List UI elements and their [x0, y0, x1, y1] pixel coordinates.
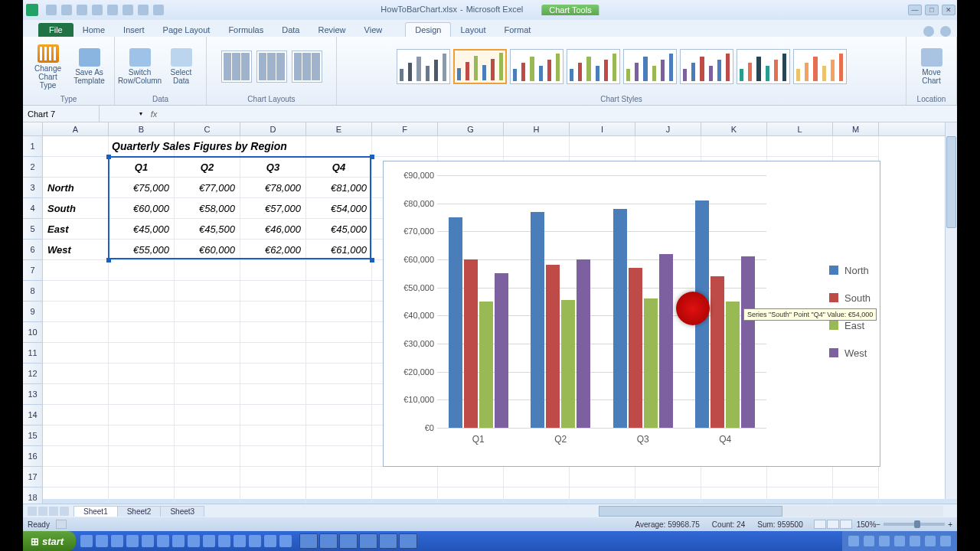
worksheet-grid[interactable]: ABCDEFGHIJKLM 12345678910111213141516171…: [23, 122, 957, 499]
bar[interactable]: [531, 212, 544, 428]
column-header[interactable]: M: [833, 122, 879, 135]
tab-file[interactable]: File: [38, 23, 74, 37]
tab-insert[interactable]: Insert: [114, 23, 154, 37]
column-header[interactable]: J: [635, 122, 701, 135]
quicklaunch-icon[interactable]: [157, 535, 169, 547]
cell[interactable]: [109, 446, 175, 467]
row-header[interactable]: 3: [23, 178, 42, 198]
bar[interactable]: [726, 302, 740, 428]
tab-layout[interactable]: Layout: [451, 23, 495, 37]
cell[interactable]: [175, 281, 240, 302]
cell[interactable]: East: [43, 219, 109, 240]
cell[interactable]: €77,000: [175, 178, 240, 198]
cell[interactable]: €61,000: [306, 240, 372, 260]
dropdown-icon[interactable]: ▾: [139, 110, 142, 117]
bar[interactable]: [644, 298, 658, 428]
cell[interactable]: [570, 467, 635, 487]
zoom-in-icon[interactable]: +: [948, 520, 952, 529]
cell[interactable]: [175, 322, 240, 343]
cell[interactable]: Q1: [109, 157, 175, 178]
column-header[interactable]: K: [701, 122, 767, 135]
cell[interactable]: [306, 260, 372, 281]
cell[interactable]: [504, 136, 570, 157]
cell[interactable]: €45,000: [109, 219, 175, 240]
cell[interactable]: [240, 322, 306, 343]
qat-save-icon[interactable]: [46, 5, 57, 15]
row-header[interactable]: 1: [23, 136, 42, 157]
cell[interactable]: €58,000: [175, 198, 240, 219]
taskbar-app[interactable]: [299, 533, 318, 549]
cell[interactable]: [109, 302, 175, 322]
zoom-slider[interactable]: [884, 523, 945, 526]
cell[interactable]: [109, 322, 175, 343]
cell[interactable]: €45,500: [175, 219, 240, 240]
row-header[interactable]: 14: [23, 405, 42, 425]
minimize-button[interactable]: —: [908, 5, 922, 15]
cell[interactable]: [833, 467, 879, 487]
cell[interactable]: [306, 302, 372, 322]
bar[interactable]: [710, 276, 724, 428]
chart-style-thumb[interactable]: [510, 49, 564, 84]
cell[interactable]: [240, 384, 306, 405]
taskbar-app[interactable]: [319, 533, 338, 549]
tray-icon[interactable]: [848, 536, 859, 546]
name-box[interactable]: Chart 7: [23, 106, 100, 122]
cell[interactable]: [43, 343, 109, 364]
tab-format[interactable]: Format: [495, 23, 540, 37]
layout-thumb[interactable]: [292, 51, 322, 83]
view-page-layout-icon[interactable]: [827, 520, 839, 529]
cell[interactable]: [767, 136, 833, 157]
cell[interactable]: €81,000: [306, 178, 372, 198]
taskbar-app[interactable]: [399, 533, 417, 549]
tab-design[interactable]: Design: [405, 22, 451, 37]
cell[interactable]: [175, 425, 240, 446]
row-header[interactable]: 16: [23, 446, 42, 467]
cell[interactable]: [109, 364, 175, 384]
cell[interactable]: [635, 467, 701, 487]
quicklaunch-icon[interactable]: [126, 535, 139, 547]
cell[interactable]: [175, 446, 240, 467]
cell[interactable]: €78,000: [240, 178, 306, 198]
cell[interactable]: [240, 425, 306, 446]
row-header[interactable]: 17: [23, 467, 42, 487]
row-header[interactable]: 7: [23, 260, 42, 281]
taskbar-app[interactable]: [339, 533, 358, 549]
column-header[interactable]: B: [109, 122, 175, 135]
view-normal-icon[interactable]: [814, 520, 826, 529]
quicklaunch-icon[interactable]: [111, 535, 123, 547]
cell[interactable]: South: [43, 198, 109, 219]
cell[interactable]: €46,000: [240, 219, 306, 240]
cell[interactable]: €55,000: [109, 240, 175, 260]
tray-icon[interactable]: [925, 536, 936, 546]
bar[interactable]: [546, 265, 560, 428]
cell[interactable]: €54,000: [306, 198, 372, 219]
tray-icon[interactable]: [879, 536, 890, 546]
cell[interactable]: €62,000: [240, 240, 306, 260]
cell[interactable]: [306, 467, 372, 487]
taskbar-app[interactable]: [379, 533, 397, 549]
chart-style-thumb[interactable]: [623, 49, 677, 84]
cell[interactable]: €75,000: [109, 178, 175, 198]
row-header[interactable]: 5: [23, 219, 42, 240]
cell[interactable]: [767, 467, 833, 487]
cell[interactable]: [43, 136, 109, 157]
cell[interactable]: [240, 302, 306, 322]
cell[interactable]: [43, 446, 109, 467]
row-header[interactable]: 2: [23, 157, 42, 178]
cell[interactable]: [438, 136, 504, 157]
quicklaunch-icon[interactable]: [142, 535, 154, 547]
cell[interactable]: [306, 384, 372, 405]
quicklaunch-icon[interactable]: [264, 535, 276, 547]
sheet-nav-first-icon[interactable]: [28, 507, 37, 516]
cell[interactable]: [175, 384, 240, 405]
tray-icon[interactable]: [940, 536, 951, 546]
cell[interactable]: €57,000: [240, 198, 306, 219]
cell[interactable]: [306, 425, 372, 446]
cell[interactable]: [306, 364, 372, 384]
cell[interactable]: [43, 322, 109, 343]
sheet-tab[interactable]: Sheet1: [74, 506, 118, 517]
cell[interactable]: [43, 467, 109, 487]
column-header[interactable]: I: [570, 122, 635, 135]
cell[interactable]: [240, 364, 306, 384]
vertical-scrollbar[interactable]: [945, 122, 957, 499]
